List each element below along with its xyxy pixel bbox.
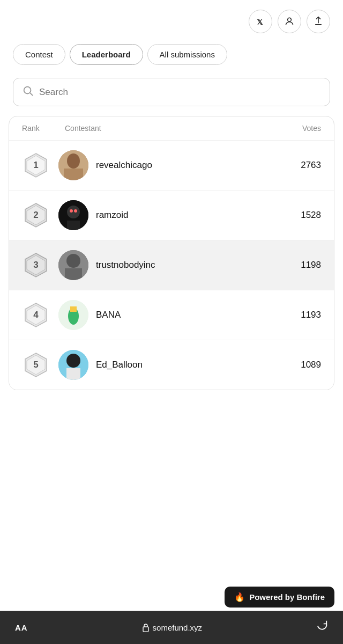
contestant-name-1: revealchicago xyxy=(96,160,289,171)
svg-rect-20 xyxy=(65,268,82,280)
contestant-name-5: Ed_Balloon xyxy=(96,360,289,370)
svg-point-1 xyxy=(288,18,292,21)
contestant-name-3: trustnobodyinc xyxy=(96,260,289,270)
svg-rect-8 xyxy=(64,169,83,180)
svg-line-3 xyxy=(30,93,33,96)
reload-button[interactable] xyxy=(316,620,328,635)
table-row[interactable]: 5 Ed_Balloon 1089 xyxy=(9,340,334,390)
votes-2: 1528 xyxy=(289,210,321,221)
profile-button[interactable] xyxy=(278,10,301,33)
flame-icon: 🔥 xyxy=(234,592,245,602)
rank-badge-1: 1 xyxy=(22,151,50,179)
votes-3: 1198 xyxy=(289,260,321,270)
table-row[interactable]: 4 BANA 1193 xyxy=(9,290,334,340)
svg-point-2 xyxy=(24,87,31,94)
avatar-ed-balloon xyxy=(58,350,88,380)
svg-point-12 xyxy=(67,206,80,218)
tab-leaderboard[interactable]: Leaderboard xyxy=(70,44,143,65)
avatar-revealchicago xyxy=(58,150,88,180)
rank-badge-2: 2 xyxy=(22,201,50,229)
col-rank: Rank xyxy=(22,124,65,133)
contestant-name-4: BANA xyxy=(96,310,289,320)
rank-badge-5: 5 xyxy=(22,351,50,379)
tab-bar: Contest Leaderboard All submissions xyxy=(0,39,343,74)
table-row[interactable]: 1 revealchicago 2763 xyxy=(9,141,334,191)
svg-rect-25 xyxy=(70,306,77,312)
search-bar[interactable] xyxy=(13,78,330,106)
browser-bar: AA somefund.xyz xyxy=(0,611,343,644)
bonfire-banner[interactable]: 🔥 Powered by Bonfire xyxy=(225,587,334,608)
browser-aa[interactable]: AA xyxy=(15,623,28,632)
votes-1: 2763 xyxy=(289,160,321,171)
leaderboard-header: Rank Contestant Votes xyxy=(9,116,334,141)
svg-point-7 xyxy=(67,153,80,169)
rank-badge-3: 3 xyxy=(22,251,50,279)
svg-rect-30 xyxy=(66,368,80,380)
avatar-ramzoid xyxy=(58,200,88,230)
search-input[interactable] xyxy=(39,87,321,98)
contestant-name-2: ramzoid xyxy=(96,210,289,221)
col-votes: Votes xyxy=(278,124,321,133)
votes-5: 1089 xyxy=(289,360,321,370)
svg-point-29 xyxy=(66,354,80,368)
url-text: somefund.xyz xyxy=(153,623,203,632)
search-icon xyxy=(22,85,34,99)
table-row[interactable]: 2 ramzoid 1528 xyxy=(9,191,334,240)
svg-point-14 xyxy=(70,209,73,213)
avatar-trustnobodyinc xyxy=(58,250,88,280)
col-contestant: Contestant xyxy=(65,124,278,133)
svg-point-19 xyxy=(66,254,80,268)
svg-rect-31 xyxy=(143,627,148,632)
tab-all-submissions[interactable]: All submissions xyxy=(147,44,227,65)
twitter-button[interactable]: 𝕏 xyxy=(249,10,272,33)
leaderboard-table: Rank Contestant Votes 1 revealchicago 27… xyxy=(9,116,334,390)
share-button[interactable] xyxy=(307,10,330,33)
bonfire-label: Powered by Bonfire xyxy=(249,592,325,602)
votes-4: 1193 xyxy=(289,310,321,320)
browser-url-display[interactable]: somefund.xyz xyxy=(142,623,203,632)
svg-rect-13 xyxy=(67,221,80,230)
top-icon-bar: 𝕏 xyxy=(0,0,343,39)
table-row[interactable]: 3 trustnobodyinc 1198 xyxy=(9,240,334,290)
tab-contest[interactable]: Contest xyxy=(13,44,65,65)
rank-badge-4: 4 xyxy=(22,301,50,329)
svg-point-15 xyxy=(74,209,77,213)
svg-text:𝕏: 𝕏 xyxy=(257,18,263,26)
avatar-bana xyxy=(58,300,88,330)
